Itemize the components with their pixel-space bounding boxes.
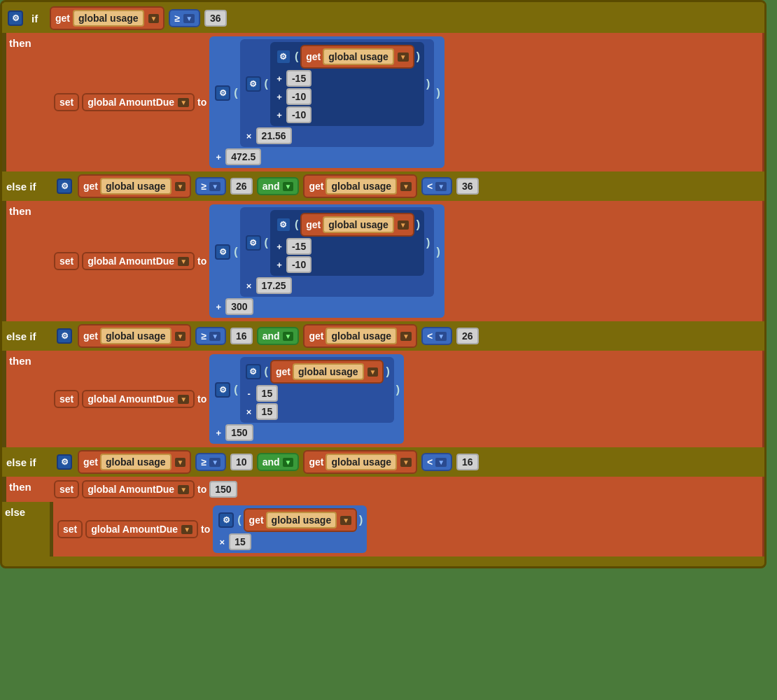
- then1-get-block: get global usage ▼: [300, 45, 414, 69]
- then1-plus-val[interactable]: 472.5: [225, 148, 261, 165]
- if-variable[interactable]: global usage: [73, 10, 144, 27]
- then4-variable: global AmountDue ▼: [82, 480, 195, 498]
- elseif3-and-dd[interactable]: ▼: [283, 458, 294, 467]
- elseif1-and: and ▼: [257, 177, 300, 195]
- then2-var-dd[interactable]: ▼: [178, 257, 189, 266]
- main-block: ⚙ if get global usage ▼ ≥ ▼ 36 then set: [0, 0, 766, 568]
- then2-plus-val[interactable]: 300: [225, 298, 253, 315]
- if-gear-icon[interactable]: ⚙: [8, 10, 23, 26]
- elseif2-op1: ≥ ▼: [195, 327, 226, 345]
- elseif2-val1[interactable]: 16: [230, 328, 253, 344]
- then1-multiply-val[interactable]: 21.56: [256, 127, 292, 144]
- elseif2-op1-dd[interactable]: ▼: [209, 332, 220, 341]
- then3-set-label: set: [54, 390, 79, 408]
- else-get-var[interactable]: global usage: [266, 512, 337, 528]
- elseif3-var[interactable]: global usage: [100, 454, 172, 470]
- elseif2-var2[interactable]: global usage: [326, 328, 397, 344]
- then1-gear3[interactable]: ⚙: [276, 49, 291, 64]
- if-operator-dropdown[interactable]: ▼: [183, 14, 195, 23]
- then3-compute: ⚙ ( ⚙ ( get global usage ▼: [209, 354, 404, 444]
- then2-row: then set global AmountDue ▼ to ⚙ ( ⚙: [2, 201, 764, 321]
- then1-val2[interactable]: -10: [286, 88, 312, 105]
- elseif1-op2: < ▼: [421, 177, 452, 195]
- then1-label: then: [9, 37, 31, 49]
- elseif1-var2-dd[interactable]: ▼: [400, 182, 412, 191]
- elseif2-row: else if ⚙ get global usage ▼ ≥ ▼ 16 and …: [2, 321, 764, 351]
- elseif2-var2-dd[interactable]: ▼: [400, 332, 412, 341]
- else-get: get global usage ▼: [244, 508, 357, 532]
- then1-val3[interactable]: -10: [286, 106, 312, 123]
- then3-get: get global usage ▼: [270, 360, 384, 384]
- then3-set-row: set global AmountDue ▼ to ⚙ ( ⚙ (: [54, 354, 758, 444]
- then2-to: to: [197, 255, 206, 267]
- then4-row: then set global AmountDue ▼ to 150: [2, 477, 764, 502]
- then2-gear2[interactable]: ⚙: [246, 235, 261, 251]
- if-get-block: get global usage ▼: [50, 6, 164, 30]
- then3-mul-val[interactable]: 15: [256, 403, 279, 420]
- if-variable-dropdown[interactable]: ▼: [148, 14, 160, 23]
- elseif2-and-dd[interactable]: ▼: [283, 332, 294, 341]
- then1-get-dropdown[interactable]: ▼: [398, 52, 409, 62]
- then2-gear3[interactable]: ⚙: [276, 217, 291, 232]
- then1-val1[interactable]: -15: [286, 70, 312, 87]
- elseif2-get1: get global usage ▼: [78, 324, 191, 348]
- then1-compute: ⚙ ( ⚙ ( ⚙ (: [209, 36, 444, 168]
- then2-mul-val[interactable]: 17.25: [256, 277, 292, 294]
- then3-plus-val[interactable]: 150: [225, 424, 253, 441]
- then3-variable: global AmountDue ▼: [82, 390, 195, 408]
- elseif1-val1[interactable]: 26: [230, 178, 253, 195]
- then2-val2[interactable]: -10: [286, 256, 312, 273]
- else-mul-val[interactable]: 15: [229, 533, 251, 550]
- else-gear1[interactable]: ⚙: [218, 512, 234, 528]
- elseif2-var-dd[interactable]: ▼: [175, 332, 186, 341]
- then4-var-dd[interactable]: ▼: [178, 485, 189, 494]
- elseif3-gear[interactable]: ⚙: [57, 454, 72, 470]
- elseif3-get1: get global usage ▼: [78, 450, 191, 474]
- then3-gear2[interactable]: ⚙: [246, 364, 261, 379]
- else-get-dd[interactable]: ▼: [340, 516, 351, 525]
- elseif3-op1-dd[interactable]: ▼: [209, 458, 220, 467]
- elseif1-var2[interactable]: global usage: [326, 178, 397, 195]
- then2-get-dd[interactable]: ▼: [398, 220, 409, 230]
- then3-var-dd[interactable]: ▼: [178, 395, 189, 404]
- then4-value[interactable]: 150: [209, 481, 237, 498]
- elseif1-var-dd[interactable]: ▼: [175, 182, 186, 191]
- elseif2-val2[interactable]: 26: [456, 328, 479, 344]
- elseif3-var-dd[interactable]: ▼: [175, 458, 186, 467]
- then2-label: then: [9, 205, 31, 217]
- then1-gear1[interactable]: ⚙: [215, 85, 230, 101]
- then2-gear1[interactable]: ⚙: [215, 244, 230, 260]
- then1-get-var[interactable]: global usage: [323, 48, 394, 65]
- elseif3-val2[interactable]: 16: [456, 454, 479, 470]
- then3-gear1[interactable]: ⚙: [215, 382, 230, 398]
- if-value[interactable]: 36: [204, 10, 227, 27]
- then2-val1[interactable]: -15: [286, 238, 312, 255]
- elseif1-op2-dd[interactable]: ▼: [435, 182, 447, 191]
- else-var-dd[interactable]: ▼: [181, 525, 192, 534]
- bottom-bar: [2, 556, 764, 565]
- elseif2-and: and ▼: [257, 327, 300, 345]
- elseif1-op1-dd[interactable]: ▼: [209, 182, 220, 191]
- elseif3-op2-dd[interactable]: ▼: [435, 458, 447, 467]
- then3-get-dd[interactable]: ▼: [368, 368, 379, 377]
- elseif1-and-dd[interactable]: ▼: [283, 182, 294, 191]
- elseif2-var[interactable]: global usage: [100, 328, 172, 344]
- elseif3-and: and ▼: [257, 453, 300, 471]
- then3-get-var[interactable]: global usage: [293, 363, 364, 380]
- elseif3-var2-dd[interactable]: ▼: [400, 458, 412, 467]
- elseif2-op2-dd[interactable]: ▼: [435, 332, 447, 341]
- then1-var-dropdown[interactable]: ▼: [178, 98, 189, 107]
- elseif2-label: else if: [6, 330, 51, 342]
- then1-gear2[interactable]: ⚙: [246, 76, 261, 92]
- then2-set-label: set: [54, 252, 79, 270]
- elseif1-var[interactable]: global usage: [100, 178, 172, 195]
- then1-set-row: set global AmountDue ▼ to ⚙ ( ⚙: [54, 36, 758, 168]
- then3-row: then set global AmountDue ▼ to ⚙ ( ⚙: [2, 351, 764, 447]
- elseif3-var2[interactable]: global usage: [326, 454, 397, 470]
- then3-minus-val[interactable]: 15: [256, 385, 279, 402]
- elseif3-val1[interactable]: 10: [230, 454, 253, 470]
- then2-get-var[interactable]: global usage: [323, 216, 394, 233]
- elseif1-gear[interactable]: ⚙: [57, 178, 72, 194]
- elseif1-val2[interactable]: 36: [456, 178, 479, 195]
- elseif2-gear[interactable]: ⚙: [57, 328, 72, 344]
